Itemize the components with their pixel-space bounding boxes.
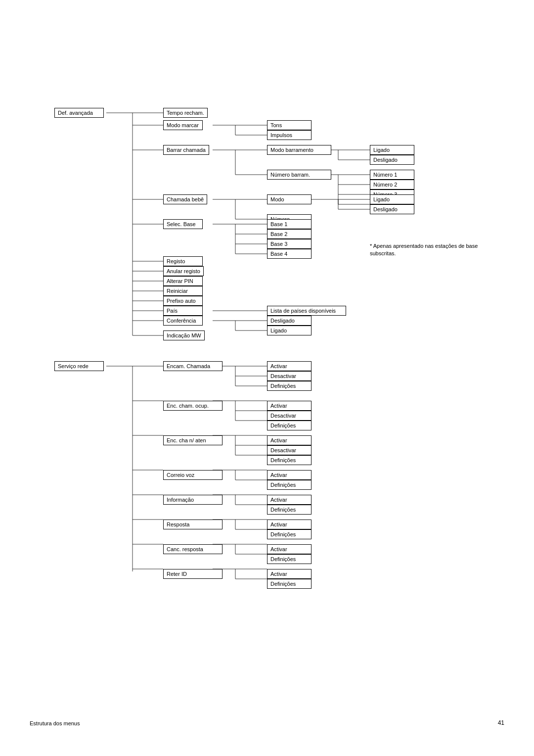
l1-chamada-bebe: Chamada bebê [163,194,207,204]
l2-definicoes-aten: Definições [267,455,312,465]
l1-enc-cham-ocup: Enc. cham. ocup. [163,401,222,411]
l2-ligado-conf: Ligado [267,326,312,335]
l3-ligado-bebe: Ligado [370,194,414,204]
l1-selec-base: Selec. Base [163,219,203,229]
l2-activar-cvoz: Activar [267,470,312,480]
l3-numero1: Número 1 [370,170,414,180]
l1-canc-resposta: Canc. resposta [163,544,222,554]
l2-definicoes-canc: Definições [267,554,312,564]
l2-activar-reter: Activar [267,569,312,579]
l1-informacao: Informação [163,495,222,505]
l2-definicoes-reter: Definições [267,579,312,589]
l1-encam-chamada: Encam. Chamada [163,361,222,371]
l1-modo-marcar: Modo marcar [163,120,203,130]
l2-desligado-conf: Desligado [267,316,312,326]
l1-tempo-recham: Tempo recham. [163,108,208,118]
l2-numero-barram: Número barram. [267,170,331,180]
l2-activar-aten: Activar [267,435,312,445]
l1-indicacao-mw: Indicação MW [163,331,205,340]
l2-base3: Base 3 [267,239,312,249]
l1-registo: Registo [163,256,203,266]
l1-anular-registo: Anular registo [163,266,204,276]
l3-desligado-bebe: Desligado [370,204,414,214]
l1-conferencia: Conferência [163,316,203,326]
l2-desactivar-encam: Desactivar [267,371,312,381]
l2-desactivar-ocup: Desactivar [267,411,312,421]
l1-pais: País [163,306,203,316]
l2-paises: Lista de países disponíveis [267,306,346,316]
l3-desligado-barr: Desligado [370,155,414,165]
l2-definicoes-ocup: Definições [267,421,312,430]
l2-desactivar-aten: Desactivar [267,445,312,455]
l2-base2: Base 2 [267,229,312,239]
footer-text: Estrutura dos menus [30,720,80,726]
l2-base4: Base 4 [267,249,312,259]
l2-activar-resp: Activar [267,520,312,529]
base-note: * Apenas apresentado nas estações de bas… [370,242,479,258]
l1-resposta: Resposta [163,520,222,529]
l2-definicoes-cvoz: Definições [267,480,312,490]
l2-activar-encam: Activar [267,361,312,371]
l3-ligado-barr: Ligado [370,145,414,155]
l1-correio-voz: Correio voz [163,470,222,480]
l2-modo-barramento: Modo barramento [267,145,331,155]
l1-enc-cha-n-aten: Enc. cha n/ aten [163,435,222,445]
l2-activar-ocup: Activar [267,401,312,411]
root-def-avancada: Def. avançada [54,108,104,118]
l2-activar-info: Activar [267,495,312,505]
l1-reter-id: Reter ID [163,569,222,579]
l2-modo-bebe: Modo [267,194,312,204]
l1-barrar-chamada: Barrar chamada [163,145,209,155]
l2-definicoes-resp: Definições [267,529,312,539]
root-servico-rede: Serviço rede [54,361,104,371]
l1-reiniciar: Reiniciar [163,286,203,296]
page: Def. avançada Tempo recham. Modo marcar … [0,0,534,756]
l2-base1: Base 1 [267,219,312,229]
l2-tons: Tons [267,120,312,130]
l3-numero2: Número 2 [370,180,414,189]
l2-definicoes-encam: Definições [267,381,312,391]
l2-definicoes-info: Definições [267,505,312,515]
l1-prefixo-auto: Prefixo auto [163,296,203,306]
l2-activar-canc: Activar [267,544,312,554]
l2-impulsos: Impulsos [267,130,312,140]
page-number: 41 [498,719,504,726]
l1-alterar-pin: Alterar PIN [163,276,203,286]
